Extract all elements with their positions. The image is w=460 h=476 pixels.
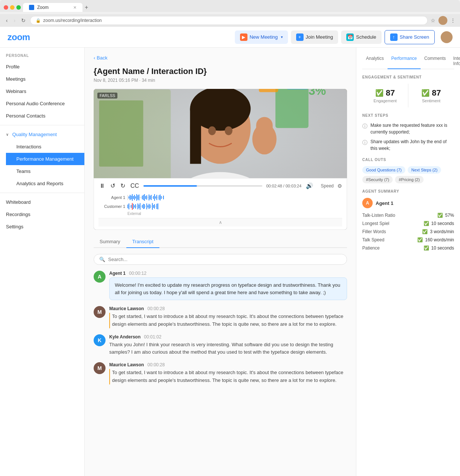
- back-nav-button[interactable]: ‹: [4, 17, 9, 24]
- callout-tag-next-steps[interactable]: Next Steps (2): [408, 166, 441, 174]
- panel-tab-comments[interactable]: Comments: [421, 54, 450, 69]
- cc-button[interactable]: CC: [130, 182, 140, 190]
- back-link[interactable]: ‹ Back: [94, 55, 347, 61]
- sidebar-item-analytics-reports[interactable]: Analytics and Reports: [6, 177, 84, 190]
- sidebar-item-personal-contacts[interactable]: Personal Contacts: [0, 110, 84, 122]
- callout-tag-good-questions[interactable]: Good Questions (7): [362, 166, 405, 174]
- sidebar-item-label: Meetings: [6, 76, 26, 82]
- svg-rect-14: [286, 89, 308, 89]
- chat-indicator-icon-2: [109, 369, 110, 385]
- join-meeting-icon: +: [296, 33, 304, 41]
- sidebar-item-webinars[interactable]: Webinars: [0, 85, 84, 97]
- player-controls: ⏸ ↺ ↻ CC 00:02:48 / 00:03:24 🔊 Speed ⚙: [94, 178, 347, 230]
- volume-button[interactable]: 🔊: [305, 181, 314, 190]
- svg-point-12: [225, 126, 233, 135]
- sidebar-sub-quality: Interactions Performance Management Team…: [0, 141, 84, 190]
- sidebar-item-whiteboard[interactable]: Whiteboard: [0, 196, 84, 208]
- metric-check-icon-2: ✅: [424, 221, 429, 226]
- tab-close-button[interactable]: ✕: [73, 5, 77, 10]
- panel-tab-performance[interactable]: Performance: [388, 54, 421, 69]
- sidebar-item-recordings[interactable]: Recordings: [0, 208, 84, 221]
- next-step-2: ⓘ Share updates with John by the end of …: [362, 138, 454, 152]
- agent-waveform-label: Agent 1: [98, 195, 125, 200]
- engagement-check-icon: ✅: [375, 89, 383, 97]
- window-maximize-dot[interactable]: [16, 5, 21, 10]
- step-icon-2: ⓘ: [362, 139, 367, 147]
- next-steps-section-header: NEXT STEPS: [362, 113, 454, 118]
- new-meeting-button[interactable]: ▶ New Meeting ▾: [235, 30, 288, 44]
- settings-icon[interactable]: ⚙: [337, 183, 342, 189]
- callout-tag-pricing[interactable]: #Pricing (2): [395, 176, 423, 183]
- page-subtitle: Nov 8, 2021 05:16 PM · 34 min: [94, 78, 347, 83]
- customer-waveform: [127, 203, 342, 210]
- bookmark-icon[interactable]: ☆: [431, 17, 435, 23]
- metric-talk-listen: Talk-Listen Ratio ✅ 57%: [362, 213, 454, 218]
- tab-summary[interactable]: Summary: [94, 236, 126, 248]
- share-screen-icon: ↑: [390, 33, 398, 41]
- sidebar-item-teams[interactable]: Teams: [6, 165, 84, 177]
- sidebar-item-settings[interactable]: Settings: [0, 221, 84, 233]
- window-minimize-dot[interactable]: [10, 5, 14, 10]
- reload-button[interactable]: ↻: [20, 17, 27, 24]
- chat-indicator-icon: [109, 313, 110, 328]
- speed-label[interactable]: Speed: [321, 183, 334, 189]
- sidebar: PERSONAL Profile Meetings Webinars Perso…: [0, 48, 85, 476]
- sidebar-item-personal-audio[interactable]: Personal Audio Conference: [0, 97, 84, 110]
- sidebar-item-interactions[interactable]: Interactions: [6, 141, 84, 153]
- callout-tag-security[interactable]: #Security (7): [362, 176, 393, 183]
- metric-label-longest-spiel: Longest Spiel: [362, 221, 389, 226]
- browser-user-avatar[interactable]: [438, 16, 447, 25]
- metric-longest-spiel: Longest Spiel ✅ 10 seconds: [362, 221, 454, 226]
- new-tab-button[interactable]: +: [85, 4, 88, 11]
- metric-label-talk-listen: Talk-Listen Ratio: [362, 213, 395, 218]
- sentiment-score: ✅ 87: [411, 88, 451, 98]
- join-meeting-button[interactable]: + Join Meeting: [291, 30, 338, 44]
- browser-menu-icon[interactable]: ⋮: [450, 17, 456, 23]
- metric-label-talk-speed: Talk Speed: [362, 237, 384, 242]
- sentiment-check-icon: ✅: [421, 89, 430, 97]
- chat-time-1: 00:00:12: [129, 271, 146, 276]
- rewind-button[interactable]: ↺: [110, 181, 116, 190]
- panel-tab-analytics[interactable]: Analytics: [362, 54, 388, 69]
- sidebar-item-label: Personal Contacts: [6, 113, 45, 119]
- panel-tabs: Analytics Performance Comments Interacti…: [362, 54, 454, 69]
- schedule-button[interactable]: 📅 Schedule: [341, 30, 381, 44]
- chat-message-3: K Kyle Anderson 00:01:02 Thank you John!…: [94, 334, 347, 357]
- agent-summary-section-header: AGENT SUMMARY: [362, 189, 454, 193]
- player-timeline[interactable]: [143, 185, 262, 187]
- tab-transcript[interactable]: Transcript: [126, 236, 159, 248]
- svg-rect-16: [259, 89, 278, 92]
- search-bar: 🔍: [94, 254, 347, 265]
- chat-sender-4: Maurice Lawson 00:00:28: [109, 362, 347, 367]
- sentiment-item: ✅ 87 Sentiment: [408, 84, 454, 107]
- engagement-score: ✅ 87: [365, 88, 405, 98]
- forward-button[interactable]: ↻: [120, 181, 126, 190]
- play-pause-button[interactable]: ⏸: [98, 182, 106, 190]
- sidebar-item-quality-management[interactable]: ∨ Quality Management: [0, 128, 84, 141]
- maurice-avatar-2: M: [94, 362, 106, 374]
- search-input[interactable]: [108, 257, 341, 262]
- sidebar-item-performance-management[interactable]: Performance Management: [6, 153, 84, 165]
- sidebar-item-profile[interactable]: Profile: [0, 61, 84, 73]
- step-icon-1: ⓘ: [362, 122, 367, 130]
- browser-tab[interactable]: Zoom ✕: [23, 3, 82, 12]
- sidebar-item-label: Recordings: [6, 212, 30, 217]
- window-close-dot[interactable]: [4, 5, 8, 10]
- share-screen-button[interactable]: ↑ Share Screen: [385, 30, 435, 44]
- user-avatar[interactable]: [441, 31, 453, 43]
- player-time: 00:02:48 / 00:03:24: [266, 184, 301, 188]
- collapse-waveform-button[interactable]: ∧: [98, 218, 342, 226]
- lock-icon: 🔒: [36, 18, 41, 23]
- engagement-label: Engagement: [365, 99, 405, 103]
- panel-tab-interaction-info[interactable]: Interaction Info: [450, 54, 460, 69]
- metric-value-talk-listen: ✅ 57%: [437, 213, 454, 218]
- video-player[interactable]: 3% FARLSS: [94, 89, 347, 178]
- address-bar[interactable]: 🔒 zoom.us/recording/interaction: [30, 16, 428, 25]
- engagement-section-header: ENGAGEMENT & SENTIMENT: [362, 75, 454, 79]
- tab-label: Zoom: [37, 5, 49, 10]
- sidebar-item-meetings[interactable]: Meetings: [0, 73, 84, 85]
- chat-text-4: To get started, I want to introduce a bi…: [112, 369, 347, 385]
- sidebar-item-label: Quality Management: [12, 132, 57, 137]
- sentiment-label: Sentiment: [411, 99, 451, 103]
- forward-nav-button[interactable]: ›: [12, 17, 17, 24]
